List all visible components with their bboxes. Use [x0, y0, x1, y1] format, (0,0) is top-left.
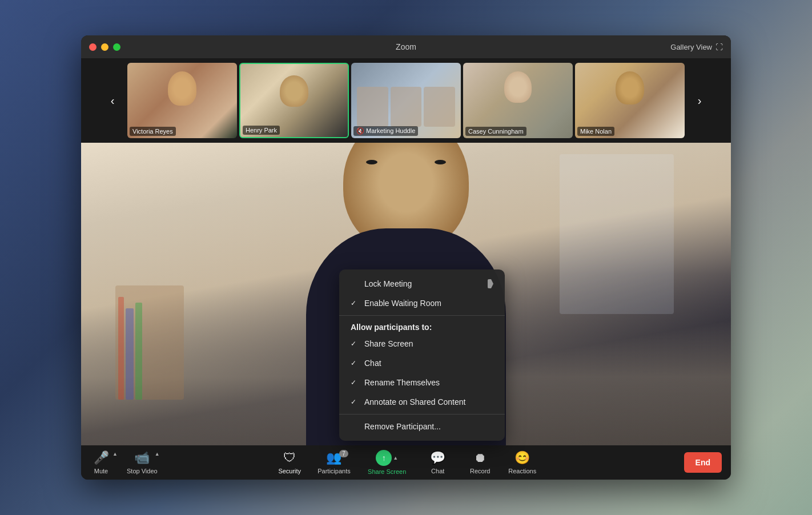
security-menu: Lock Meeting ✓ Enable Waiting Room Allow… — [339, 269, 505, 441]
thumbnail-marketing-huddle[interactable]: 🔇 Marketing Huddle — [351, 63, 461, 138]
check-share-screen: ✓ — [351, 340, 360, 348]
cursor-icon — [488, 279, 493, 288]
share-icon: ↑ — [376, 450, 392, 466]
check-annotate: ✓ — [351, 398, 360, 406]
thumbnail-strip: ‹ Victoria Reyes Henry Park 🔇 Mark — [81, 58, 731, 143]
record-icon: ⏺ — [474, 450, 487, 465]
chat-label: Chat — [364, 359, 381, 368]
menu-divider-2 — [339, 414, 505, 415]
thumbnail-casey-cunningham[interactable]: Casey Cunningham — [463, 63, 573, 138]
menu-item-annotate[interactable]: ✓ Annotate on Shared Content — [339, 392, 505, 412]
toolbar-center: 🛡 Security 👥 Participants 7 ↑ ▲ Share Sc… — [270, 445, 542, 480]
share-screen-label: Share Screen — [364, 339, 413, 348]
close-button[interactable] — [89, 43, 97, 51]
mute-button[interactable]: 🎤 Mute ▲ — [81, 445, 121, 480]
menu-item-lock-meeting[interactable]: Lock Meeting — [339, 274, 505, 293]
record-button[interactable]: ⏺ Record — [460, 445, 500, 480]
maximize-button[interactable] — [113, 43, 120, 51]
window-light — [560, 154, 674, 314]
mute-icon: 🎤 — [94, 450, 109, 465]
mute-arrow: ▲ — [112, 451, 118, 457]
menu-item-waiting-room[interactable]: ✓ Enable Waiting Room — [339, 293, 505, 313]
check-waiting-room: ✓ — [351, 299, 360, 307]
thumbnail-victoria-reyes[interactable]: Victoria Reyes — [127, 63, 237, 138]
next-arrow[interactable]: › — [691, 58, 708, 143]
stop-video-button[interactable]: 📹 Stop Video ▲ — [121, 445, 163, 480]
allow-section-label: Allow participants to: — [339, 318, 505, 334]
menu-item-rename[interactable]: ✓ Rename Themselves — [339, 373, 505, 392]
thumbnail-container: Victoria Reyes Henry Park 🔇 Marketing Hu… — [123, 63, 689, 138]
thumb-name-casey: Casey Cunningham — [465, 127, 526, 136]
stop-video-label: Stop Video — [127, 468, 158, 474]
thumb-name-henry: Henry Park — [243, 126, 280, 135]
participants-badge: 7 — [339, 450, 348, 457]
participants-label: Participants — [317, 468, 350, 474]
thumbnail-mike-nolan[interactable]: Mike Nolan — [575, 63, 685, 138]
menu-item-remove-participant[interactable]: Remove Participant... — [339, 417, 505, 436]
gallery-view-label: Gallery View — [670, 43, 712, 51]
window-controls — [89, 43, 120, 51]
mute-icon: 🔇 — [356, 127, 364, 134]
chat-label: Chat — [431, 468, 444, 474]
book2 — [126, 308, 134, 400]
check-remove — [351, 423, 360, 430]
share-arrow: ▲ — [393, 455, 398, 461]
gallery-view-button[interactable]: Gallery View ⛶ — [670, 43, 723, 51]
menu-divider-1 — [339, 315, 505, 316]
title-bar: Zoom Gallery View ⛶ — [81, 35, 731, 58]
video-arrow: ▲ — [155, 451, 160, 457]
check-chat: ✓ — [351, 359, 360, 367]
end-button[interactable]: End — [684, 452, 722, 473]
zoom-window: Zoom Gallery View ⛶ ‹ Victoria Reyes Hen… — [81, 35, 731, 480]
menu-item-chat[interactable]: ✓ Chat — [339, 353, 505, 373]
reactions-icon: 😊 — [514, 450, 530, 465]
record-label: Record — [470, 468, 490, 474]
reactions-button[interactable]: 😊 Reactions — [503, 445, 542, 480]
rename-label: Rename Themselves — [364, 378, 440, 387]
book1 — [118, 297, 124, 400]
thumb-name-mike: Mike Nolan — [577, 127, 614, 136]
prev-arrow[interactable]: ‹ — [104, 58, 121, 143]
check-rename: ✓ — [351, 379, 360, 387]
share-screen-button[interactable]: ↑ ▲ Share Screen — [359, 445, 416, 480]
mute-label: Mute — [94, 468, 108, 474]
book3 — [135, 303, 142, 400]
toolbar-right: End — [684, 452, 722, 473]
video-icon: 📹 — [134, 450, 150, 465]
chat-button[interactable]: 💬 Chat — [418, 445, 458, 480]
waiting-room-label: Enable Waiting Room — [364, 299, 441, 308]
chat-icon: 💬 — [430, 450, 445, 465]
toolbar-left: 🎤 Mute ▲ 📹 Stop Video ▲ — [81, 445, 163, 480]
share-screen-label: Share Screen — [368, 468, 406, 475]
toolbar: 🎤 Mute ▲ 📹 Stop Video ▲ 🛡 Security 👥 Par… — [81, 445, 731, 480]
expand-icon: ⛶ — [715, 43, 723, 51]
thumbnail-henry-park[interactable]: Henry Park — [239, 63, 349, 138]
participants-button[interactable]: 👥 Participants 7 — [312, 445, 356, 480]
check-placeholder — [351, 280, 360, 288]
reactions-label: Reactions — [508, 468, 536, 474]
menu-item-share-screen[interactable]: ✓ Share Screen — [339, 334, 505, 353]
remove-participant-label: Remove Participant... — [364, 422, 441, 431]
annotate-label: Annotate on Shared Content — [364, 397, 465, 407]
security-button[interactable]: 🛡 Security — [270, 445, 309, 480]
security-label: Security — [278, 468, 301, 474]
thumb-name-victoria: Victoria Reyes — [130, 127, 176, 136]
lock-meeting-label: Lock Meeting — [364, 279, 412, 288]
security-icon: 🛡 — [283, 450, 296, 465]
minimize-button[interactable] — [101, 43, 108, 51]
thumb-name-marketing: 🔇 Marketing Huddle — [353, 126, 418, 136]
window-title: Zoom — [396, 42, 416, 51]
